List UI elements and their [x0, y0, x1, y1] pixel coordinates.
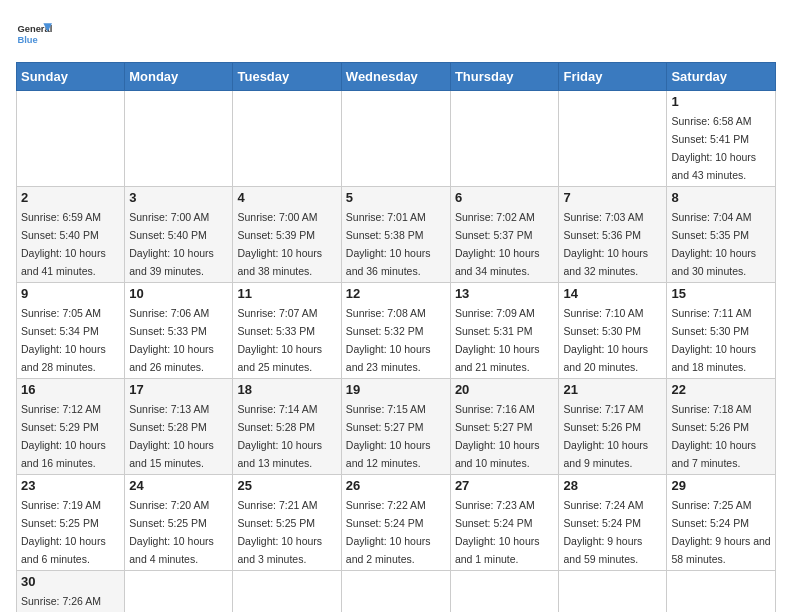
day-number: 25	[237, 478, 336, 493]
logo-icon: General Blue	[16, 16, 52, 52]
day-info: Sunrise: 7:08 AMSunset: 5:32 PMDaylight:…	[346, 307, 431, 373]
day-number: 30	[21, 574, 120, 589]
logo: General Blue	[16, 16, 52, 52]
page-header: General Blue	[16, 16, 776, 52]
day-info: Sunrise: 7:17 AMSunset: 5:26 PMDaylight:…	[563, 403, 648, 469]
calendar-cell: 20 Sunrise: 7:16 AMSunset: 5:27 PMDaylig…	[450, 379, 559, 475]
calendar-cell: 1 Sunrise: 6:58 AMSunset: 5:41 PMDayligh…	[667, 91, 776, 187]
calendar-cell	[341, 91, 450, 187]
calendar-cell: 17 Sunrise: 7:13 AMSunset: 5:28 PMDaylig…	[125, 379, 233, 475]
calendar-cell	[559, 91, 667, 187]
calendar-cell: 6 Sunrise: 7:02 AMSunset: 5:37 PMDayligh…	[450, 187, 559, 283]
day-number: 23	[21, 478, 120, 493]
day-info: Sunrise: 7:25 AMSunset: 5:24 PMDaylight:…	[671, 499, 770, 565]
day-info: Sunrise: 7:09 AMSunset: 5:31 PMDaylight:…	[455, 307, 540, 373]
calendar-cell: 24 Sunrise: 7:20 AMSunset: 5:25 PMDaylig…	[125, 475, 233, 571]
day-info: Sunrise: 7:10 AMSunset: 5:30 PMDaylight:…	[563, 307, 648, 373]
day-number: 20	[455, 382, 555, 397]
day-number: 21	[563, 382, 662, 397]
calendar-cell: 22 Sunrise: 7:18 AMSunset: 5:26 PMDaylig…	[667, 379, 776, 475]
day-number: 27	[455, 478, 555, 493]
calendar-cell: 26 Sunrise: 7:22 AMSunset: 5:24 PMDaylig…	[341, 475, 450, 571]
day-number: 29	[671, 478, 771, 493]
calendar-cell: 29 Sunrise: 7:25 AMSunset: 5:24 PMDaylig…	[667, 475, 776, 571]
day-info: Sunrise: 7:26 AMSunset: 5:23 PMDaylight:…	[21, 595, 101, 612]
day-number: 3	[129, 190, 228, 205]
day-number: 9	[21, 286, 120, 301]
calendar-cell: 12 Sunrise: 7:08 AMSunset: 5:32 PMDaylig…	[341, 283, 450, 379]
column-header-wednesday: Wednesday	[341, 63, 450, 91]
calendar-cell: 13 Sunrise: 7:09 AMSunset: 5:31 PMDaylig…	[450, 283, 559, 379]
calendar-cell: 2 Sunrise: 6:59 AMSunset: 5:40 PMDayligh…	[17, 187, 125, 283]
calendar-cell	[233, 91, 341, 187]
calendar-cell: 27 Sunrise: 7:23 AMSunset: 5:24 PMDaylig…	[450, 475, 559, 571]
calendar-week-row: 23 Sunrise: 7:19 AMSunset: 5:25 PMDaylig…	[17, 475, 776, 571]
day-info: Sunrise: 7:06 AMSunset: 5:33 PMDaylight:…	[129, 307, 214, 373]
day-number: 6	[455, 190, 555, 205]
day-info: Sunrise: 7:11 AMSunset: 5:30 PMDaylight:…	[671, 307, 756, 373]
calendar-cell: 25 Sunrise: 7:21 AMSunset: 5:25 PMDaylig…	[233, 475, 341, 571]
calendar-cell: 18 Sunrise: 7:14 AMSunset: 5:28 PMDaylig…	[233, 379, 341, 475]
day-info: Sunrise: 6:59 AMSunset: 5:40 PMDaylight:…	[21, 211, 106, 277]
day-info: Sunrise: 7:02 AMSunset: 5:37 PMDaylight:…	[455, 211, 540, 277]
day-info: Sunrise: 7:00 AMSunset: 5:39 PMDaylight:…	[237, 211, 322, 277]
day-number: 13	[455, 286, 555, 301]
calendar-cell: 4 Sunrise: 7:00 AMSunset: 5:39 PMDayligh…	[233, 187, 341, 283]
calendar-table: SundayMondayTuesdayWednesdayThursdayFrid…	[16, 62, 776, 612]
day-number: 10	[129, 286, 228, 301]
day-info: Sunrise: 7:16 AMSunset: 5:27 PMDaylight:…	[455, 403, 540, 469]
day-number: 4	[237, 190, 336, 205]
day-number: 7	[563, 190, 662, 205]
column-header-thursday: Thursday	[450, 63, 559, 91]
day-info: Sunrise: 7:12 AMSunset: 5:29 PMDaylight:…	[21, 403, 106, 469]
column-header-sunday: Sunday	[17, 63, 125, 91]
day-number: 14	[563, 286, 662, 301]
day-number: 15	[671, 286, 771, 301]
day-number: 22	[671, 382, 771, 397]
column-header-saturday: Saturday	[667, 63, 776, 91]
day-info: Sunrise: 7:21 AMSunset: 5:25 PMDaylight:…	[237, 499, 322, 565]
column-header-friday: Friday	[559, 63, 667, 91]
day-number: 28	[563, 478, 662, 493]
day-number: 12	[346, 286, 446, 301]
day-info: Sunrise: 7:18 AMSunset: 5:26 PMDaylight:…	[671, 403, 756, 469]
day-number: 5	[346, 190, 446, 205]
calendar-cell: 15 Sunrise: 7:11 AMSunset: 5:30 PMDaylig…	[667, 283, 776, 379]
calendar-cell: 23 Sunrise: 7:19 AMSunset: 5:25 PMDaylig…	[17, 475, 125, 571]
calendar-cell: 8 Sunrise: 7:04 AMSunset: 5:35 PMDayligh…	[667, 187, 776, 283]
day-info: Sunrise: 7:07 AMSunset: 5:33 PMDaylight:…	[237, 307, 322, 373]
day-info: Sunrise: 7:13 AMSunset: 5:28 PMDaylight:…	[129, 403, 214, 469]
calendar-cell	[233, 571, 341, 613]
day-info: Sunrise: 7:03 AMSunset: 5:36 PMDaylight:…	[563, 211, 648, 277]
calendar-cell	[559, 571, 667, 613]
calendar-cell: 5 Sunrise: 7:01 AMSunset: 5:38 PMDayligh…	[341, 187, 450, 283]
calendar-cell: 11 Sunrise: 7:07 AMSunset: 5:33 PMDaylig…	[233, 283, 341, 379]
day-number: 1	[671, 94, 771, 109]
calendar-cell: 3 Sunrise: 7:00 AMSunset: 5:40 PMDayligh…	[125, 187, 233, 283]
day-info: Sunrise: 7:24 AMSunset: 5:24 PMDaylight:…	[563, 499, 643, 565]
calendar-cell	[125, 91, 233, 187]
day-info: Sunrise: 7:14 AMSunset: 5:28 PMDaylight:…	[237, 403, 322, 469]
day-info: Sunrise: 7:20 AMSunset: 5:25 PMDaylight:…	[129, 499, 214, 565]
day-info: Sunrise: 7:19 AMSunset: 5:25 PMDaylight:…	[21, 499, 106, 565]
day-info: Sunrise: 7:15 AMSunset: 5:27 PMDaylight:…	[346, 403, 431, 469]
calendar-cell	[125, 571, 233, 613]
svg-text:Blue: Blue	[17, 35, 37, 45]
calendar-cell: 16 Sunrise: 7:12 AMSunset: 5:29 PMDaylig…	[17, 379, 125, 475]
calendar-cell: 7 Sunrise: 7:03 AMSunset: 5:36 PMDayligh…	[559, 187, 667, 283]
calendar-week-row: 1 Sunrise: 6:58 AMSunset: 5:41 PMDayligh…	[17, 91, 776, 187]
day-info: Sunrise: 7:23 AMSunset: 5:24 PMDaylight:…	[455, 499, 540, 565]
day-info: Sunrise: 7:01 AMSunset: 5:38 PMDaylight:…	[346, 211, 431, 277]
calendar-cell: 10 Sunrise: 7:06 AMSunset: 5:33 PMDaylig…	[125, 283, 233, 379]
calendar-cell	[450, 91, 559, 187]
calendar-week-row: 9 Sunrise: 7:05 AMSunset: 5:34 PMDayligh…	[17, 283, 776, 379]
day-number: 2	[21, 190, 120, 205]
calendar-cell	[17, 91, 125, 187]
calendar-cell: 21 Sunrise: 7:17 AMSunset: 5:26 PMDaylig…	[559, 379, 667, 475]
day-info: Sunrise: 7:22 AMSunset: 5:24 PMDaylight:…	[346, 499, 431, 565]
day-info: Sunrise: 7:00 AMSunset: 5:40 PMDaylight:…	[129, 211, 214, 277]
calendar-cell	[667, 571, 776, 613]
day-number: 18	[237, 382, 336, 397]
column-header-monday: Monday	[125, 63, 233, 91]
day-number: 26	[346, 478, 446, 493]
